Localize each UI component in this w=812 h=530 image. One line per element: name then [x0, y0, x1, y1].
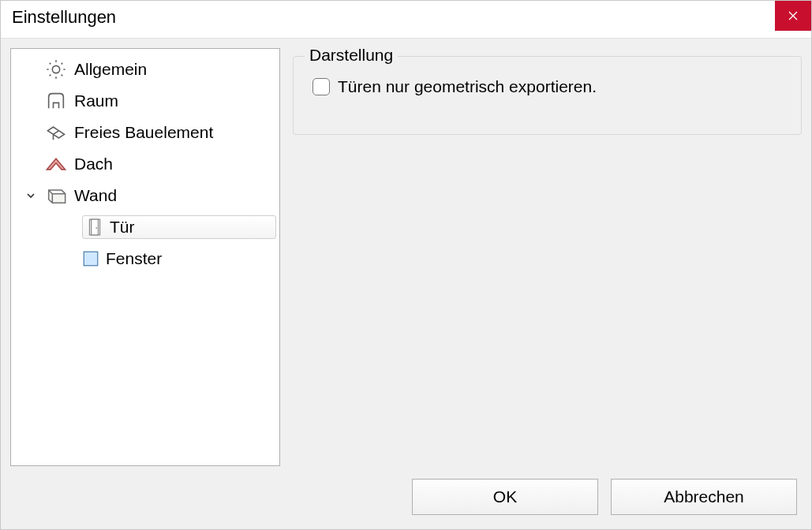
dialog-title: Einstellungen [1, 1, 127, 28]
svg-rect-1 [92, 219, 99, 235]
dialog-body: Allgemein Raum Freies Bauelement [1, 39, 811, 466]
cancel-button[interactable]: Abbrechen [611, 479, 797, 515]
settings-dialog: Einstellungen Allgemein Raum [0, 0, 812, 530]
tree-item-freies-bauelement[interactable]: Freies Bauelement [11, 117, 279, 148]
titlebar: Einstellungen [1, 1, 811, 39]
checkbox-box[interactable] [312, 78, 330, 95]
content-panel: Darstellung Türen nur geometrisch export… [293, 48, 802, 466]
darstellung-group: Darstellung Türen nur geometrisch export… [293, 56, 802, 135]
wall-icon [44, 184, 68, 207]
element-icon [44, 121, 68, 144]
tree-item-label: Allgemein [74, 60, 147, 79]
dialog-footer: OK Abbrechen [1, 466, 811, 529]
tree-item-label: Tür [110, 218, 135, 237]
chevron-down-icon[interactable] [25, 190, 36, 201]
gear-icon [44, 58, 68, 81]
tree-item-label: Raum [74, 91, 118, 110]
tree-item-raum[interactable]: Raum [11, 85, 279, 117]
tree-item-label: Fenster [106, 249, 162, 268]
svg-point-2 [95, 227, 97, 229]
tree-item-dach[interactable]: Dach [11, 148, 279, 180]
door-icon [86, 218, 103, 236]
checkbox-label: Türen nur geometrisch exportieren. [338, 77, 597, 96]
roof-icon [44, 152, 68, 176]
tree-item-label: Wand [74, 186, 117, 205]
room-icon [44, 89, 68, 113]
tree-item-fenster[interactable]: Fenster [11, 243, 279, 274]
tree-item-allgemein[interactable]: Allgemein [11, 54, 279, 85]
group-legend: Darstellung [305, 46, 398, 65]
checkbox-tueren-geometrisch[interactable]: Türen nur geometrisch exportieren. [312, 77, 785, 96]
tree-item-label: Freies Bauelement [74, 123, 213, 142]
close-button[interactable] [775, 1, 811, 31]
category-tree: Allgemein Raum Freies Bauelement [10, 48, 280, 466]
ok-button[interactable]: OK [412, 479, 598, 515]
button-label: Abbrechen [664, 487, 744, 506]
tree-item-tuer[interactable]: Tür [11, 211, 279, 243]
close-icon [788, 11, 798, 21]
svg-rect-3 [84, 252, 98, 266]
tree-item-label: Dach [74, 155, 113, 174]
tree-item-wand[interactable]: Wand [11, 180, 279, 211]
window-icon [82, 250, 99, 267]
button-label: OK [493, 487, 517, 506]
